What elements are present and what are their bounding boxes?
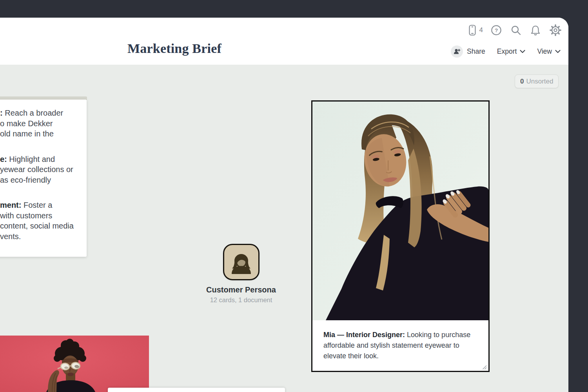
persona-photo — [312, 102, 488, 320]
unsorted-count: 0 — [520, 78, 524, 85]
resize-handle-icon[interactable] — [481, 364, 487, 370]
persona-image-card[interactable]: Mia — Interior Designer: Looking to purc… — [311, 100, 490, 372]
stack-subtitle: 12 cards, 1 document — [192, 296, 290, 304]
goals-text-card[interactable]: : Reach a broadero make Dekkerold name i… — [0, 100, 87, 257]
stack-title: Customer Persona — [192, 285, 290, 294]
persona-caption: Mia — Interior Designer: Looking to purc… — [312, 320, 488, 361]
unsorted-badge[interactable]: 0 Unsorted — [515, 74, 559, 88]
search-button[interactable] — [510, 24, 522, 36]
gear-icon — [549, 24, 562, 37]
export-button[interactable]: Export — [497, 47, 526, 56]
chevron-down-icon — [517, 50, 525, 53]
canvas[interactable]: 0 Unsorted : Reach a broadero make Dekke… — [0, 65, 568, 392]
view-label: View — [537, 47, 552, 56]
share-label: Share — [467, 47, 485, 56]
device-cards-count: 4 — [479, 26, 483, 34]
app-header: Marketing Brief 4 — [0, 18, 568, 65]
help-button[interactable]: ? — [490, 24, 503, 37]
device-cards-button[interactable]: 4 — [467, 24, 483, 36]
phone-cards-icon — [467, 24, 477, 36]
header-actions: Share Export View — [451, 44, 561, 58]
utility-icon-row: 4 ? — [467, 23, 562, 38]
app-window: Marketing Brief 4 — [0, 18, 568, 392]
question-circle-icon: ? — [490, 24, 503, 37]
bell-icon — [529, 24, 542, 36]
unsorted-label: Unsorted — [526, 78, 553, 85]
page-title: Marketing Brief — [127, 41, 221, 56]
person-plus-icon — [451, 45, 463, 58]
photo-card-red[interactable] — [0, 336, 149, 392]
woman-avatar-icon[interactable] — [223, 244, 260, 280]
notifications-button[interactable] — [529, 24, 542, 36]
view-button[interactable]: View — [537, 47, 561, 56]
screen: Marketing Brief 4 — [0, 0, 588, 392]
card-peek-bottom[interactable] — [108, 388, 285, 392]
customer-persona-stack[interactable]: Customer Persona 12 cards, 1 document — [192, 244, 290, 304]
export-label: Export — [497, 47, 517, 56]
chevron-down-icon — [552, 50, 561, 53]
svg-text:?: ? — [495, 27, 498, 33]
search-icon — [510, 24, 522, 36]
goals-text: : Reach a broadero make Dekkerold name i… — [0, 100, 87, 241]
settings-button[interactable] — [549, 24, 562, 37]
share-button[interactable]: Share — [451, 45, 485, 58]
